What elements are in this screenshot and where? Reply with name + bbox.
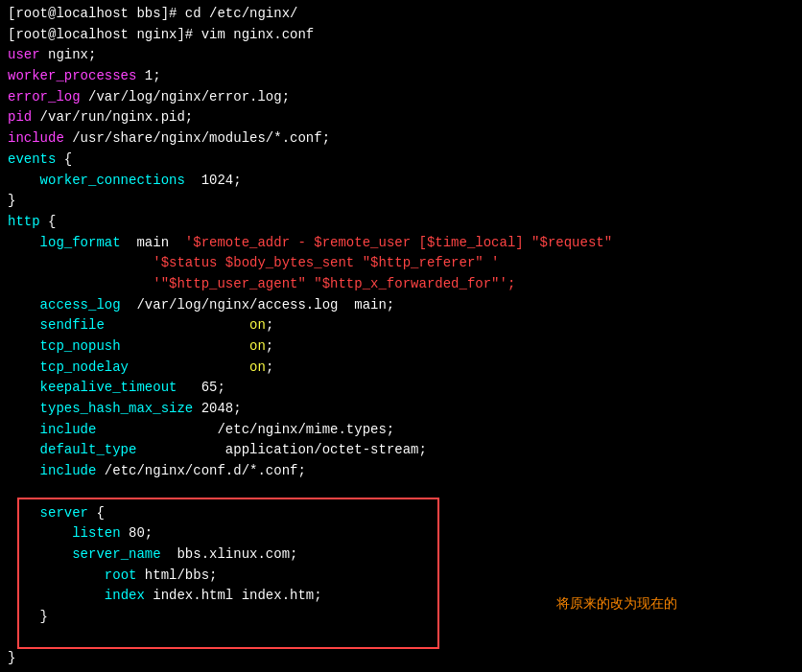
cmd-text: [root@localhost bbs]# cd /etc/nginx/ — [8, 6, 297, 21]
line-4: worker_processes 1; — [8, 66, 794, 87]
line-17: tcp_nopush on; — [8, 336, 794, 358]
kw-log-format: log_format — [40, 235, 121, 250]
line-blank — [8, 482, 794, 503]
kw-http: http — [8, 214, 40, 229]
kw-keepalive-timeout: keepalive_timeout — [40, 380, 177, 395]
kw-pid: pid — [8, 109, 32, 125]
line-7: include /usr/share/nginx/modules/*.conf; — [8, 128, 794, 150]
line-1: [root@localhost bbs]# cd /etc/nginx/ — [8, 4, 794, 25]
kw-worker-connections: worker_connections — [40, 173, 185, 188]
line-18: tcp_nodelay on; — [8, 358, 794, 379]
line-19: keepalive_timeout 65; — [8, 378, 794, 399]
val-on-tcp-nopush: on — [249, 338, 266, 354]
kw-include-3: include — [40, 463, 97, 478]
log-format-str-2: '$status $body_bytes_sent "$http_referer… — [153, 255, 499, 270]
line-16: sendfile on; — [8, 315, 794, 336]
line-32: } — [8, 648, 794, 669]
val-on-sendfile: on — [249, 317, 266, 333]
cmd-text: [root@localhost nginx]# vim nginx.conf — [8, 27, 314, 42]
kw-events: events — [8, 151, 56, 167]
kw-listen: listen — [72, 525, 120, 541]
kw-include-1: include — [8, 130, 64, 146]
kw-tcp-nopush: tcp_nopush — [40, 338, 121, 354]
line-2: [root@localhost nginx]# vim nginx.conf — [8, 25, 794, 46]
line-28: root html/bbs; — [8, 566, 794, 587]
kw-error-log: error_log — [8, 89, 81, 104]
kw-sendfile: sendfile — [40, 317, 105, 333]
val-on-tcp-nodelay: on — [249, 359, 266, 375]
kw-default-type: default_type — [40, 442, 137, 457]
line-20: types_hash_max_size 2048; — [8, 399, 794, 420]
line-22: default_type application/octet-stream; — [8, 440, 794, 461]
kw-access-log: access_log — [40, 297, 121, 313]
line-8: events { — [8, 150, 794, 171]
line-6: pid /var/run/nginx.pid; — [8, 107, 794, 128]
line-23: include /etc/nginx/conf.d/*.conf; — [8, 461, 794, 482]
line-14: '"$http_user_agent" "$http_x_forwarded_f… — [8, 274, 794, 295]
log-format-str-3: '"$http_user_agent" "$http_x_forwarded_f… — [153, 276, 515, 291]
annotation-text: 将原来的改为现在的 — [556, 594, 677, 615]
line-10: } — [8, 191, 794, 212]
kw-worker-processes: worker_processes — [8, 68, 136, 83]
kw-include-2: include — [40, 422, 97, 437]
line-26: listen 80; — [8, 523, 794, 545]
kw-tcp-nodelay: tcp_nodelay — [40, 359, 129, 375]
line-15: access_log /var/log/nginx/access.log mai… — [8, 295, 794, 316]
kw-server: server — [40, 505, 88, 521]
line-12: log_format main '$remote_addr - $remote_… — [8, 233, 794, 254]
kw-index: index — [105, 588, 145, 603]
line-9: worker_connections 1024; — [8, 171, 794, 192]
line-13: '$status $body_bytes_sent "$http_referer… — [8, 253, 794, 274]
line-27: server_name bbs.xlinux.com; — [8, 545, 794, 566]
line-5: error_log /var/log/nginx/error.log; — [8, 87, 794, 108]
kw-types-hash: types_hash_max_size — [40, 401, 194, 416]
line-21: include /etc/nginx/mime.types; — [8, 420, 794, 441]
line-25: server { — [8, 503, 794, 524]
terminal: [root@localhost bbs]# cd /etc/nginx/ [ro… — [0, 0, 802, 672]
kw-user: user — [8, 47, 40, 62]
line-blank2 — [8, 628, 794, 649]
line-11: http { — [8, 212, 794, 233]
line-3: user nginx; — [8, 45, 794, 66]
log-format-str-1: '$remote_addr - $remote_user [$time_loca… — [185, 235, 612, 250]
kw-root: root — [105, 568, 137, 583]
kw-server-name: server_name — [72, 546, 160, 562]
